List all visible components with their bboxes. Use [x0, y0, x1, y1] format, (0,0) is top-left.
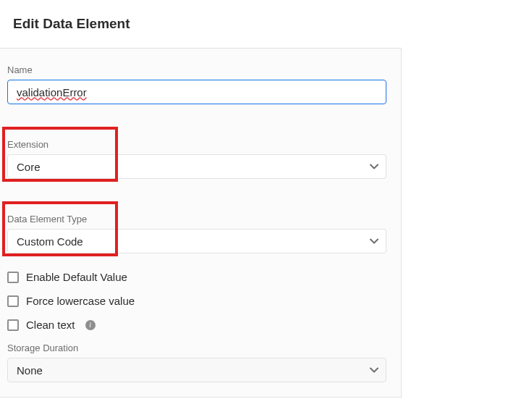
form-panel: Name validationError Extension Core Data…: [0, 48, 402, 398]
clean-text-checkbox[interactable]: [7, 319, 19, 331]
name-input-value: validationError: [17, 86, 87, 98]
chevron-down-icon: [370, 238, 378, 244]
chevron-down-icon: [370, 164, 378, 169]
data-element-type-field-group: Data Element Type Custom Code: [7, 214, 386, 253]
enable-default-value-label: Enable Default Value: [26, 271, 127, 283]
enable-default-value-row: Enable Default Value: [7, 271, 386, 283]
chevron-down-icon: [370, 367, 378, 373]
clean-text-row: Clean text i: [7, 319, 386, 331]
storage-duration-label: Storage Duration: [7, 343, 386, 353]
enable-default-value-checkbox[interactable]: [7, 272, 19, 283]
extension-select-value: Core: [17, 161, 41, 173]
force-lowercase-row: Force lowercase value: [7, 295, 386, 307]
storage-duration-select-value: None: [17, 364, 43, 377]
clean-text-label: Clean text: [26, 319, 75, 331]
info-icon[interactable]: i: [85, 320, 96, 330]
name-input[interactable]: validationError: [7, 80, 386, 104]
force-lowercase-checkbox[interactable]: [7, 295, 19, 307]
data-element-type-select-value: Custom Code: [17, 235, 83, 248]
page-header: Edit Data Element: [0, 0, 529, 48]
checkbox-section: Enable Default Value Force lowercase val…: [7, 271, 386, 331]
extension-label: Extension: [7, 139, 386, 150]
storage-duration-field-group: Storage Duration None: [7, 343, 386, 382]
extension-field-group: Extension Core: [7, 139, 386, 179]
storage-duration-select[interactable]: None: [7, 358, 386, 382]
name-field-group: Name validationError: [7, 64, 386, 104]
name-label: Name: [7, 64, 386, 75]
page-title: Edit Data Element: [13, 16, 529, 32]
data-element-type-label: Data Element Type: [7, 214, 386, 224]
force-lowercase-label: Force lowercase value: [26, 295, 135, 307]
extension-select[interactable]: Core: [7, 154, 386, 179]
data-element-type-select[interactable]: Custom Code: [7, 229, 386, 253]
